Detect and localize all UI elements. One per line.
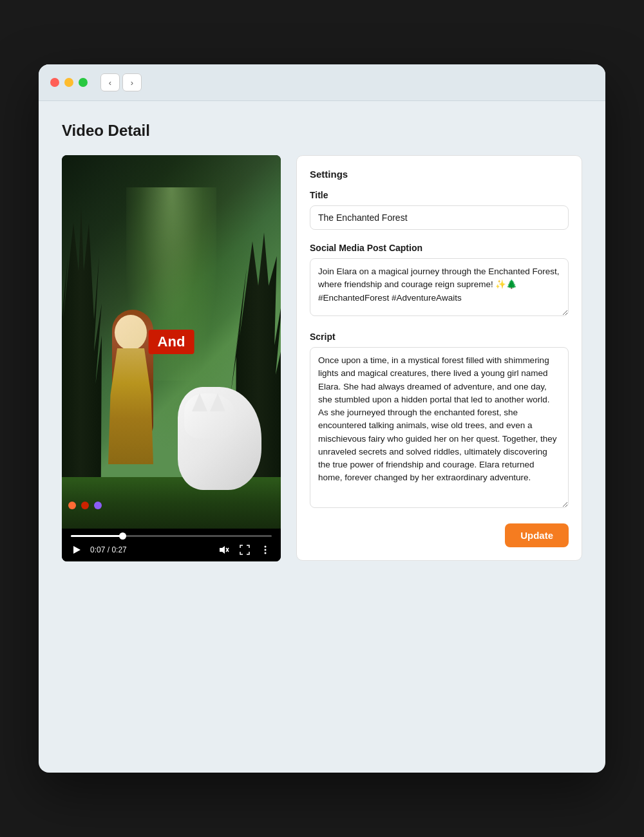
wolf-head [184,393,236,438]
page-content: Video Detail [39,101,605,582]
traffic-lights [50,78,88,87]
girl-head [115,315,147,350]
script-field-group: Script [310,332,569,511]
svg-marker-1 [220,546,225,554]
svg-point-4 [265,546,267,548]
play-icon [72,545,81,554]
close-button[interactable] [50,78,59,87]
mute-icon [219,545,229,555]
settings-title: Settings [310,169,569,180]
progress-track[interactable] [71,535,272,537]
forward-button[interactable]: › [122,73,142,91]
time-display: 0:07 / 0:27 [90,545,210,554]
maximize-button[interactable] [79,78,88,87]
fullscreen-icon [240,545,250,555]
progress-fill [71,535,123,537]
more-icon [260,545,270,555]
wolf-ear-left [192,393,207,411]
titlebar: ‹ › [39,64,605,101]
script-textarea[interactable] [310,347,569,508]
more-options-button[interactable] [259,543,272,556]
video-caption: And [149,330,194,354]
controls-row: 0:07 / 0:27 [71,543,272,556]
wolf-ear-right [210,393,225,411]
fullscreen-button[interactable] [238,543,251,556]
browser-window: ‹ › Video Detail [39,64,605,773]
wolf-body [178,387,261,490]
main-layout: And [62,155,582,561]
girl-dress [108,348,153,464]
update-button[interactable]: Update [505,523,569,547]
mute-button[interactable] [218,543,231,556]
script-label: Script [310,332,569,342]
svg-marker-0 [73,546,80,554]
video-controls: 0:07 / 0:27 [62,529,281,561]
video-frame: And [62,155,281,529]
page-title: Video Detail [62,122,582,140]
progress-knob[interactable] [119,532,126,540]
play-button[interactable] [71,544,82,556]
svg-point-5 [265,549,267,551]
title-input[interactable] [310,205,569,230]
caption-field-group: Social Media Post Caption [310,243,569,319]
svg-point-6 [265,552,267,554]
caption-label: Social Media Post Caption [310,243,569,253]
title-field-group: Title [310,190,569,230]
minimize-button[interactable] [64,78,73,87]
title-label: Title [310,190,569,200]
video-player: And [62,155,281,561]
settings-panel: Settings Title Social Media Post Caption… [296,155,582,561]
flower-1 [68,502,76,509]
flower-3 [94,502,102,509]
flowers [68,502,102,509]
back-button[interactable]: ‹ [100,73,120,91]
nav-buttons: ‹ › [100,73,142,91]
wolf-character [165,361,268,503]
caption-textarea[interactable] [310,258,569,316]
flower-2 [81,502,89,509]
